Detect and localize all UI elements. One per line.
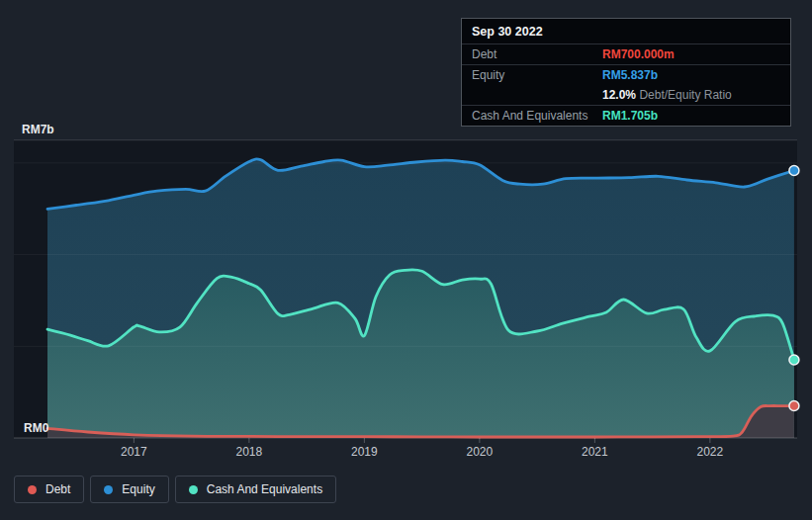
cash-and-equivalents-endpoint-marker[interactable] (789, 355, 799, 365)
tooltip-date: Sep 30 2022 (462, 19, 790, 43)
cash-legend-dot-icon (189, 485, 198, 494)
x-tick-label: 2018 (236, 445, 263, 459)
tooltip-cash-label: Cash And Equivalents (472, 109, 602, 123)
tooltip-ratio-row: 12.0% Debt/Equity Ratio (462, 85, 790, 105)
tooltip-cash-value: RM1.705b (602, 109, 658, 123)
y-axis-zero-label: RM0 (24, 421, 49, 435)
tooltip-debt-label: Debt (472, 47, 602, 61)
tooltip-debt-row: Debt RM700.000m (462, 43, 790, 64)
legend-item-cash-label: Cash And Equivalents (207, 482, 322, 496)
tooltip-cash-row: Cash And Equivalents RM1.705b (462, 105, 790, 126)
x-tick-label: 2022 (697, 445, 724, 459)
legend-item-debt[interactable]: Debt (14, 476, 84, 503)
tooltip-equity-row: Equity RM5.837b (462, 64, 790, 85)
legend-item-debt-label: Debt (45, 482, 70, 496)
legend-item-equity[interactable]: Equity (90, 476, 168, 503)
legend-item-equity-label: Equity (122, 482, 154, 496)
x-tick-label: 2021 (582, 445, 608, 459)
tooltip-equity-value: RM5.837b (602, 68, 658, 82)
legend-item-cash[interactable]: Cash And Equivalents (175, 476, 336, 503)
chart-legend: Debt Equity Cash And Equivalents (14, 476, 336, 503)
debt-legend-dot-icon (28, 485, 37, 494)
x-tick-label: 2019 (351, 445, 378, 459)
x-tick-label: 2017 (121, 445, 147, 459)
tooltip-debt-value: RM700.000m (602, 47, 675, 61)
equity-endpoint-marker[interactable] (789, 165, 799, 175)
debt-equity-chart-page: 201720182019202020212022RM7bRM0 Sep 30 2… (0, 0, 812, 520)
chart-tooltip: Sep 30 2022 Debt RM700.000m Equity RM5.8… (461, 18, 791, 127)
tooltip-ratio-label: Debt/Equity Ratio (639, 88, 731, 102)
tooltip-ratio-value: 12.0% (602, 88, 636, 102)
debt-endpoint-marker[interactable] (789, 401, 799, 411)
x-tick-label: 2020 (467, 445, 494, 459)
tooltip-equity-label: Equity (472, 68, 602, 82)
equity-legend-dot-icon (104, 485, 113, 494)
y-axis-max-label: RM7b (22, 123, 54, 136)
